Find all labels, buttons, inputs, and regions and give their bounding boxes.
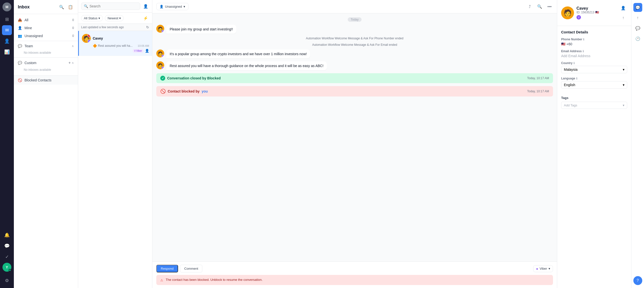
team-icon: 💬	[18, 44, 22, 48]
far-right-user-icon[interactable]: ↑	[633, 13, 642, 22]
unassigned-label: Unassigned	[24, 34, 43, 38]
assignee-label: Unassigned	[165, 5, 182, 9]
contact-details-title: Contact Details	[561, 30, 627, 34]
tags-label: Tags	[561, 96, 627, 100]
nav-item-chat2[interactable]: 💬	[2, 241, 12, 251]
conv-list-items: 🧑 V 🚫 Cavey 🔶 Rest assured you will ha..…	[78, 31, 152, 288]
contact-id-text: ID: 15635213	[576, 11, 594, 14]
contact-viber-badge: V	[576, 15, 581, 20]
tags-input[interactable]: Add Tags ▾	[561, 102, 627, 109]
country-field: Country ℹ Malaysia ▾	[561, 61, 627, 73]
blocked-text-link[interactable]: you	[202, 89, 208, 93]
msg-text-2: It's a popular group among the crypto in…	[170, 52, 307, 56]
newest-filter-button[interactable]: Newest ▾	[105, 15, 124, 21]
unassigned-count: 0	[72, 34, 74, 38]
email-label: Email Address	[561, 50, 582, 53]
country-label: Country	[561, 61, 572, 65]
conv-viber-badge: V Viber	[132, 49, 144, 53]
refresh-text: Last updated a few seconds ago	[81, 26, 124, 29]
msg-avatar-3: 🧑 V	[156, 61, 164, 69]
email-placeholder[interactable]: Add Email Address	[561, 54, 627, 58]
nav-item-contacts[interactable]: 👤	[2, 36, 12, 46]
assign-chevron-icon: ▾	[184, 5, 185, 9]
sidebar-nav-all[interactable]: 📥 All 0	[14, 16, 78, 24]
conv-time: 10:06 AM	[138, 44, 149, 47]
far-right-reactions-icon[interactable]: 💬	[633, 24, 642, 33]
chat-search-button[interactable]: 🔍	[536, 3, 543, 10]
previous-conversations-button[interactable]: ↑	[619, 14, 627, 22]
chat-header: 👤 Unassigned ▾ ⤴ 🔍 •••	[152, 0, 557, 13]
email-info-icon: ℹ	[583, 50, 584, 53]
sidebar-search-button[interactable]: 🔍	[58, 4, 65, 11]
nav-item-reports[interactable]: 📊	[2, 47, 12, 57]
conv-filters: All Status ▾ Newest ▾ ⚡	[78, 13, 152, 24]
refresh-button[interactable]: ↻	[146, 25, 149, 29]
conv-preview-text: Rest assured you will ha...	[98, 44, 132, 48]
phone-input[interactable]: 🇲🇾 +60	[561, 42, 627, 46]
search-input[interactable]	[90, 4, 138, 8]
all-label: All	[24, 18, 28, 22]
viber-channel-icon: ●	[536, 267, 538, 271]
language-info-icon: ℹ	[576, 77, 577, 80]
conv-item[interactable]: 🧑 V 🚫 Cavey 🔶 Rest assured you will ha..…	[78, 31, 152, 56]
contact-avatar: 🧑	[561, 7, 574, 19]
blocked-contacts-item[interactable]: 🚫 Blocked Contacts	[14, 76, 78, 85]
team-chevron-icon: ∧	[72, 44, 74, 48]
blocked-contacts-label: Blocked Contacts	[24, 78, 52, 82]
date-divider: Today	[348, 17, 362, 22]
mine-label: Mine	[24, 26, 32, 30]
far-right-clock-icon[interactable]: 🕐	[633, 34, 642, 43]
contacts-filter-button[interactable]: 👤	[142, 3, 149, 10]
filter-options-button[interactable]: ⚡	[142, 15, 149, 22]
nav-item-chat[interactable]: ✉	[2, 25, 12, 35]
far-right-chat-icon[interactable]: 💬	[633, 3, 642, 12]
sidebar-nav-unassigned[interactable]: 👥 Unassigned 0	[14, 32, 78, 40]
nav-user-avatar[interactable]: Y	[2, 263, 12, 272]
sidebar-section-team[interactable]: 💬 Team ∧	[14, 42, 78, 50]
country-select[interactable]: Malaysia ▾	[561, 66, 627, 73]
sidebar-nav-mine[interactable]: 👤 Mine 0	[14, 24, 78, 32]
language-label: Language	[561, 77, 575, 80]
conv-list: 🔍 👤 All Status ▾ Newest ▾ ⚡ Last updated…	[78, 0, 152, 288]
msg-text-3: Rest assured you will have a thorough gu…	[170, 64, 324, 68]
blocked-preview-icon: 🔶	[93, 44, 97, 48]
status-filter-button[interactable]: All Status ▾	[81, 15, 103, 21]
chat-input-tabs: Respond Comment ● Viber ▾	[156, 265, 553, 272]
custom-label: Custom	[24, 61, 36, 65]
newest-chevron-icon: ▾	[119, 16, 121, 20]
more-options-button[interactable]: •••	[546, 3, 553, 10]
nav-item-grid[interactable]: ⊞	[2, 14, 12, 24]
closed-banner: ✓ Conversation closed by Blocked Today, …	[156, 73, 553, 83]
share-button[interactable]: ⤴	[526, 3, 533, 10]
blocked-text-prefix: Contact blocked by	[168, 89, 200, 93]
language-chevron-icon: ▾	[623, 83, 624, 87]
respond-tab[interactable]: Respond	[156, 265, 178, 272]
far-right-help-button[interactable]: ?	[633, 276, 642, 285]
channel-dropdown[interactable]: ● Viber ▾	[533, 265, 553, 272]
all-icon: 📥	[18, 18, 22, 22]
phone-flag: 🇲🇾	[561, 42, 565, 46]
status-chevron-icon: ▾	[98, 16, 100, 20]
status-filter-label: All Status	[84, 16, 98, 20]
assign-dropdown[interactable]: 👤 Unassigned ▾	[156, 3, 188, 10]
search-box[interactable]: 🔍	[81, 3, 140, 10]
nav-avatar[interactable]: M	[2, 3, 12, 11]
custom-add-button[interactable]: +	[68, 61, 71, 65]
conv-assign-icon: 👤	[145, 49, 149, 53]
nav-item-settings[interactable]: ⚙	[2, 276, 12, 285]
nav-item-bell[interactable]: 🔔	[2, 230, 12, 240]
contact-header: 🧑 Cavey ID: 15635213 🇲🇾 V 👤 ↑	[557, 0, 631, 26]
msg-avatar-1: 🧑 V	[156, 25, 164, 33]
country-value: Malaysia	[564, 68, 578, 72]
chat-input-area: Respond Comment ● Viber ▾ ⚠ The contact …	[152, 261, 557, 288]
msg-1: 🧑 V Please join my group and start inves…	[156, 25, 236, 34]
contact-details-button[interactable]: 👤	[619, 4, 627, 12]
comment-tab[interactable]: Comment	[180, 265, 202, 272]
sidebar-section-custom[interactable]: 💬 Custom + ∧	[14, 59, 78, 67]
language-select[interactable]: English ▾	[561, 81, 627, 89]
nav-bar: M ⊞ ✉ 👤 📊 🔔 💬 ✓ Y ⚙	[0, 0, 14, 288]
msg-viber-badge-1: V	[162, 30, 164, 33]
nav-item-checkmark[interactable]: ✓	[2, 252, 12, 262]
sidebar-compose-button[interactable]: 📋	[67, 4, 74, 11]
blocked-banner: 🚫 Contact blocked by you Today, 10:17 AM	[156, 86, 553, 97]
